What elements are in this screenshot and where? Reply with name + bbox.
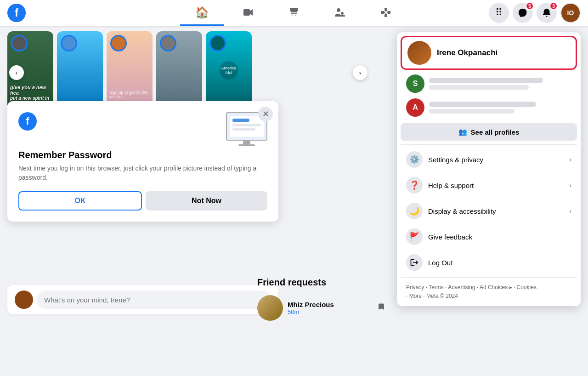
sub-profile-name-bar-a: [429, 102, 536, 107]
composer-input[interactable]: [37, 291, 271, 309]
logout-label: Log Out: [428, 259, 571, 267]
right-panel: Friend requests Mhiz Precious 50m: [257, 273, 386, 325]
facebook-logo: f: [7, 4, 26, 22]
footer-divider: [401, 277, 577, 278]
logout-item[interactable]: Log Out: [401, 250, 577, 275]
dialog-buttons: OK Not Now: [18, 191, 267, 211]
profile-avatar-button[interactable]: IO: [560, 3, 581, 23]
sub-profile-detail-bar-a: [429, 109, 514, 114]
settings-icon: ⚙️: [406, 151, 423, 168]
main-profile-item[interactable]: Irene Okpanachi: [401, 36, 577, 70]
notifications-button[interactable]: 3: [537, 3, 557, 23]
nav-right-controls: ⠿ 5 3 IO: [489, 3, 581, 23]
see-all-profiles-label: See all profiles: [471, 128, 520, 136]
settings-privacy-item[interactable]: ⚙️ Settings & privacy ›: [401, 147, 577, 172]
display-accessibility-item[interactable]: 🌙 Display & accessibility ›: [401, 198, 577, 224]
help-chevron: ›: [569, 182, 571, 189]
account-dropdown-menu: Irene Okpanachi S A 👥 See all profiles ⚙…: [397, 32, 581, 306]
sub-profile-detail-bar: [429, 85, 529, 90]
display-icon: 🌙: [406, 203, 423, 219]
tab-people[interactable]: [318, 0, 362, 26]
messenger-badge: 5: [526, 2, 534, 10]
menu-divider: [401, 144, 577, 145]
post-composer: [7, 285, 278, 314]
notifications-badge: 3: [549, 2, 558, 10]
grid-menu-button[interactable]: ⠿: [489, 3, 509, 23]
dialog-fb-logo: f: [18, 112, 37, 131]
story-next-button[interactable]: ›: [353, 65, 368, 80]
footer-adchoices-link[interactable]: Ad Choices: [480, 284, 508, 291]
dialog-description: Next time you log in on this browser, ju…: [18, 164, 267, 182]
tab-gaming[interactable]: [364, 0, 408, 26]
logout-icon: [406, 254, 423, 271]
sub-profile-avatar-a: A: [406, 98, 424, 117]
see-all-profiles-icon: 👥: [458, 128, 467, 136]
friend-request-item[interactable]: Mhiz Precious 50m: [257, 291, 386, 325]
top-navigation: f 🏠 ⠿ 5 3 IO: [0, 0, 588, 26]
nav-left: f: [7, 4, 26, 22]
footer-copyright: Meta © 2024: [426, 293, 458, 299]
footer-terms-link[interactable]: Terms: [429, 284, 444, 291]
give-feedback-item[interactable]: 🚩 Give feedback: [401, 224, 577, 250]
tab-marketplace[interactable]: [272, 0, 316, 26]
help-icon: ❓: [406, 177, 423, 194]
story-card[interactable]: America Idol: [206, 31, 252, 109]
sub-profile-a[interactable]: A: [401, 96, 577, 120]
svg-point-1: [337, 8, 340, 12]
story-card-rita-ora[interactable]: Rita Ora Sign up to get on the waitlist.…: [107, 31, 153, 109]
main-profile-avatar: [407, 41, 431, 65]
help-support-label: Help & support: [428, 182, 564, 189]
story-prev-button[interactable]: ‹: [9, 65, 24, 80]
footer-advertising-link[interactable]: Advertising: [448, 284, 475, 291]
sub-profile-s[interactable]: S: [401, 72, 577, 96]
dialog-title: Remember Password: [18, 150, 267, 160]
friend-name: Mhiz Precious: [288, 301, 334, 308]
footer-more-link[interactable]: More: [409, 293, 422, 299]
friend-requests-header: Friend requests: [257, 273, 386, 291]
main-profile-name: Irene Okpanachi: [437, 48, 498, 57]
remember-password-dialog: ✕ f Remember Password Next time you log …: [7, 101, 278, 222]
sub-profile-name-bar: [429, 78, 543, 83]
composer-avatar: [15, 291, 33, 309]
sub-profile-avatar-s: S: [406, 74, 424, 93]
dialog-close-button[interactable]: ✕: [258, 107, 273, 121]
tab-video[interactable]: [226, 0, 270, 26]
display-accessibility-label: Display & accessibility: [428, 207, 564, 215]
dialog-header: f: [18, 112, 267, 146]
messenger-button[interactable]: 5: [513, 3, 533, 23]
footer-cookies-link[interactable]: Cookies: [517, 284, 537, 291]
settings-chevron: ›: [569, 156, 571, 163]
friend-request-actions-icon[interactable]: [377, 302, 386, 313]
svg-rect-0: [243, 9, 250, 16]
story-card[interactable]: [57, 31, 103, 109]
friend-avatar: [257, 295, 283, 321]
ok-button[interactable]: OK: [18, 191, 142, 211]
friend-time: 50m: [288, 308, 334, 315]
settings-privacy-label: Settings & privacy: [428, 156, 564, 164]
story-card[interactable]: [156, 31, 202, 109]
give-feedback-label: Give feedback: [428, 233, 571, 241]
help-support-item[interactable]: ❓ Help & support ›: [401, 172, 577, 198]
feedback-icon: 🚩: [406, 228, 423, 245]
footer-links: Privacy · Terms · Advertising · Ad Choic…: [401, 279, 577, 302]
tab-home[interactable]: 🏠: [180, 0, 224, 26]
see-all-profiles-button[interactable]: 👥 See all profiles: [401, 123, 577, 141]
footer-privacy-link[interactable]: Privacy: [406, 284, 424, 291]
not-now-button[interactable]: Not Now: [146, 191, 267, 211]
nav-center-tabs: 🏠: [180, 0, 408, 26]
display-chevron: ›: [569, 207, 571, 215]
